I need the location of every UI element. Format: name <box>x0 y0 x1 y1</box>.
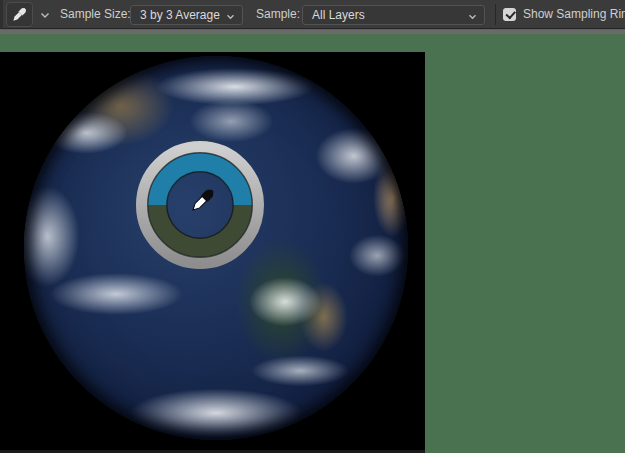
sampling-ring-overlay <box>133 138 267 272</box>
chevron-down-icon <box>226 14 235 20</box>
options-bar-bottom-strip <box>0 30 625 34</box>
chevron-down-icon <box>468 14 477 20</box>
eyedropper-cursor-icon <box>190 187 216 213</box>
sample-size-label: Sample Size: <box>60 0 131 29</box>
workspace-background <box>0 34 625 453</box>
options-bar-separator <box>495 4 496 25</box>
show-sampling-ring-checkbox[interactable] <box>503 8 516 21</box>
sample-size-value: 3 by 3 Average <box>131 8 220 22</box>
sampling-ring-previous-color <box>158 205 243 248</box>
sample-size-dropdown[interactable]: 3 by 3 Average <box>130 5 243 25</box>
sample-value: All Layers <box>303 8 365 22</box>
tool-preset-chevron[interactable] <box>40 12 50 19</box>
options-bar: Sample Size: 3 by 3 Average Sample: All … <box>0 0 625 29</box>
show-sampling-ring-label: Show Sampling Ring <box>523 0 625 29</box>
sample-dropdown[interactable]: All Layers <box>302 5 485 25</box>
eyedropper-icon <box>10 5 29 24</box>
document-canvas[interactable] <box>0 52 425 453</box>
chevron-down-icon <box>40 12 50 19</box>
sample-label: Sample: <box>256 0 300 29</box>
eyedropper-tool-button[interactable] <box>6 2 33 27</box>
